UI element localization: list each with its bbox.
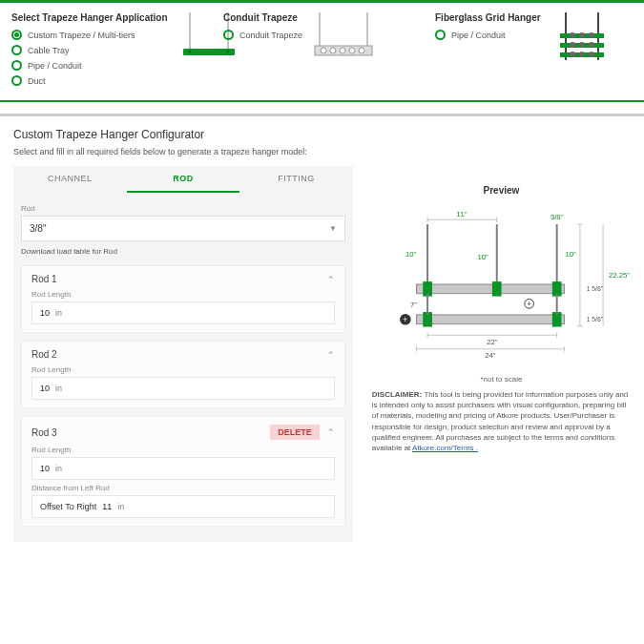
svg-point-3 bbox=[188, 51, 191, 53]
svg-point-22 bbox=[579, 42, 585, 48]
rod-select-label: Rod bbox=[21, 204, 345, 213]
svg-point-25 bbox=[579, 52, 585, 57]
conduit-illustration bbox=[310, 12, 377, 65]
fiberglass-illustration bbox=[549, 12, 615, 65]
trapeze-app-column: Select Trapeze Hanger Application Custom… bbox=[11, 12, 209, 91]
svg-point-11 bbox=[349, 48, 355, 53]
svg-text:10": 10" bbox=[565, 250, 576, 259]
radio-icon bbox=[11, 45, 22, 55]
rod-1-title: Rod 1 bbox=[31, 274, 57, 284]
rod-3-dist-label: Distance from Left Rod bbox=[31, 484, 335, 492]
svg-text:10": 10" bbox=[405, 250, 417, 259]
chevron-down-icon: ▼ bbox=[329, 224, 337, 233]
svg-point-8 bbox=[321, 48, 326, 53]
rod-1-length-input[interactable]: 10in bbox=[31, 301, 335, 324]
main-area: Custom Trapeze Hanger Configurator Selec… bbox=[0, 116, 644, 553]
rod-3-offset-input[interactable]: Offset To Right11in bbox=[31, 495, 335, 518]
svg-point-9 bbox=[330, 48, 336, 53]
svg-rect-33 bbox=[492, 281, 502, 296]
conduit-title: Conduit Trapeze bbox=[223, 12, 302, 24]
rod-3-section: Rod 3 DELETE⌃ Rod Length 10in Distance f… bbox=[21, 416, 345, 527]
configurator-title: Custom Trapeze Hanger Configurator bbox=[13, 128, 631, 141]
right-panel: Preview + bbox=[372, 166, 631, 542]
rod-select-value: 3/8" bbox=[30, 223, 46, 234]
chevron-up-icon[interactable]: ⌃ bbox=[327, 275, 335, 284]
tab-rod[interactable]: ROD bbox=[127, 166, 240, 193]
rod-select[interactable]: 3/8" ▼ bbox=[21, 216, 345, 241]
radio-icon bbox=[435, 30, 446, 40]
svg-text:22.25": 22.25" bbox=[609, 271, 630, 280]
trapeze-app-title: Select Trapeze Hanger Application bbox=[11, 12, 168, 24]
radio-fiberglass-pipe[interactable]: Pipe / Conduit bbox=[435, 30, 541, 40]
config-tabs: CHANNEL ROD FITTING bbox=[13, 166, 353, 193]
svg-text:24": 24" bbox=[485, 351, 496, 360]
rod-1-section: Rod 1⌃ Rod Length 10in bbox=[21, 265, 345, 333]
rod-1-len-label: Rod Length bbox=[31, 290, 335, 299]
svg-text:7": 7" bbox=[410, 301, 417, 309]
svg-point-19 bbox=[579, 32, 585, 38]
chevron-up-icon[interactable]: ⌃ bbox=[327, 350, 335, 360]
scale-note: *not to scale bbox=[372, 375, 631, 384]
radio-icon bbox=[11, 30, 22, 40]
dim-11: 11" bbox=[456, 210, 467, 218]
svg-text:+: + bbox=[527, 300, 531, 308]
radio-conduit-trapeze[interactable]: Conduit Trapeze bbox=[223, 30, 302, 40]
tab-fitting[interactable]: FITTING bbox=[239, 166, 353, 193]
svg-point-24 bbox=[570, 52, 575, 57]
svg-point-12 bbox=[359, 48, 364, 53]
svg-text:1 5/8": 1 5/8" bbox=[587, 316, 604, 322]
left-panel: CHANNEL ROD FITTING Rod 3/8" ▼ Download … bbox=[13, 166, 353, 542]
svg-point-21 bbox=[570, 42, 575, 48]
radio-duct[interactable]: Duct bbox=[11, 75, 168, 86]
preview-diagram: + + 11" 3/8" 10" 10" 10" 7" 1 5/8" 1 5/8… bbox=[372, 203, 631, 365]
svg-point-18 bbox=[570, 32, 575, 38]
svg-point-23 bbox=[589, 42, 594, 48]
rod-3-length-input[interactable]: 10in bbox=[31, 457, 335, 480]
svg-text:22": 22" bbox=[487, 338, 498, 346]
svg-point-26 bbox=[589, 52, 594, 57]
rod-2-length-input[interactable]: 10in bbox=[31, 377, 335, 400]
svg-point-10 bbox=[340, 48, 345, 53]
fiberglass-column: Fiberglass Grid Hanger Pipe / Conduit bbox=[435, 12, 633, 91]
download-load-table-link[interactable]: Download load table for Rod bbox=[21, 247, 345, 256]
dim-38: 3/8" bbox=[551, 213, 564, 221]
radio-icon bbox=[11, 60, 22, 71]
tab-channel[interactable]: CHANNEL bbox=[13, 166, 127, 193]
rod-2-title: Rod 2 bbox=[31, 349, 57, 360]
svg-text:10": 10" bbox=[477, 253, 488, 261]
rod-2-section: Rod 2⌃ Rod Length 10in bbox=[21, 341, 345, 408]
fiberglass-title: Fiberglass Grid Hanger bbox=[435, 12, 541, 24]
svg-rect-30 bbox=[416, 284, 564, 294]
rod-3-len-label: Rod Length bbox=[31, 446, 335, 454]
rod-panel: Rod 3/8" ▼ Download load table for Rod R… bbox=[13, 193, 353, 542]
radio-cable-tray[interactable]: Cable Tray bbox=[11, 45, 168, 55]
radio-icon bbox=[11, 75, 22, 86]
conduit-trapeze-column: Conduit Trapeze Conduit Trapeze bbox=[223, 12, 421, 91]
svg-rect-31 bbox=[416, 315, 564, 324]
rod-2-len-label: Rod Length bbox=[31, 365, 335, 374]
configurator-subtitle: Select and fill in all required fields b… bbox=[13, 147, 631, 156]
radio-pipe-conduit[interactable]: Pipe / Conduit bbox=[11, 60, 168, 71]
terms-link[interactable]: Atkore.com/Terms . bbox=[412, 444, 478, 452]
svg-point-20 bbox=[589, 32, 594, 38]
top-selector-bar: Select Trapeze Hanger Application Custom… bbox=[0, 0, 644, 102]
radio-icon bbox=[223, 30, 234, 40]
svg-text:+: + bbox=[403, 315, 407, 324]
rod-3-title: Rod 3 bbox=[31, 427, 57, 438]
svg-text:1 5/8": 1 5/8" bbox=[587, 285, 604, 292]
radio-custom-trapeze[interactable]: Custom Trapeze / Multi-tiers bbox=[11, 30, 168, 40]
disclaimer-text: DISCLAIMER: This tool is being provided … bbox=[372, 389, 631, 453]
preview-title: Preview bbox=[372, 185, 631, 196]
chevron-up-icon[interactable]: ⌃ bbox=[327, 427, 335, 437]
delete-button[interactable]: DELETE bbox=[270, 425, 320, 440]
